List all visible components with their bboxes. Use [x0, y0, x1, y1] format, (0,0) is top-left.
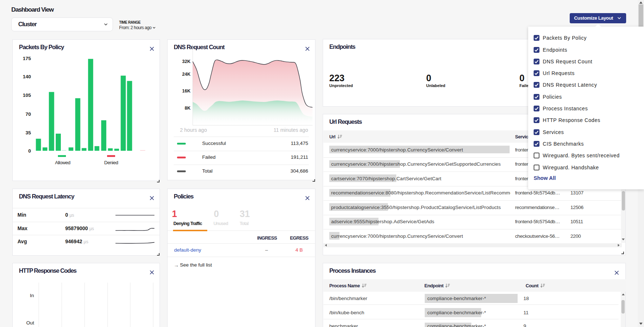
svg-text:0: 0: [28, 148, 31, 154]
svg-text:35: 35: [25, 130, 31, 135]
svg-text:8K: 8K: [185, 106, 191, 111]
svg-text:24K: 24K: [182, 72, 191, 77]
svg-text:105: 105: [23, 92, 31, 98]
svg-text:175: 175: [23, 56, 31, 61]
svg-text:70: 70: [25, 111, 31, 117]
svg-text:32K: 32K: [182, 59, 191, 64]
svg-text:16K: 16K: [182, 88, 191, 94]
svg-text:140: 140: [23, 74, 31, 79]
